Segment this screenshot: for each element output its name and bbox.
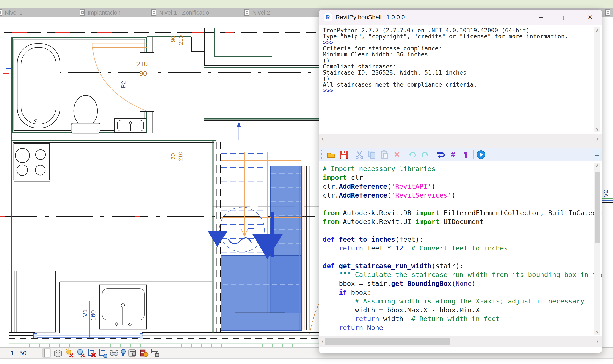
paste-button[interactable] — [379, 149, 390, 160]
fridge — [14, 271, 56, 332]
sun-path-icon[interactable] — [64, 348, 74, 358]
open-button[interactable] — [326, 149, 337, 160]
save-button[interactable] — [339, 149, 349, 160]
tab-label: Nivel 2 — [252, 10, 270, 16]
wrap-arrow-icon — [436, 150, 446, 159]
door2-width-label: 210 — [177, 35, 184, 45]
show-whitespace-button[interactable]: ¶ — [460, 149, 471, 160]
maximize-button[interactable]: ▢ — [559, 12, 572, 23]
temporary-view-properties-icon[interactable] — [127, 348, 138, 358]
scale-icon[interactable] — [42, 348, 52, 358]
toolbar-grip-icon[interactable] — [321, 150, 324, 159]
line-numbers-button[interactable]: # — [448, 149, 458, 160]
window-title: RevitPythonShell | 1.0.0.0 — [336, 14, 405, 21]
upper-room-walls — [204, 28, 319, 121]
scroll-left-icon[interactable]: ⟨ — [322, 136, 324, 142]
bathroom-door — [92, 43, 147, 111]
copy-button[interactable] — [367, 149, 377, 160]
window-tag-label: V1 — [81, 309, 88, 317]
shadows-icon[interactable] — [75, 348, 86, 358]
scissors-icon — [355, 150, 364, 159]
door3-a-label: 60 — [170, 153, 176, 159]
crop-view-icon[interactable] — [86, 348, 97, 358]
pilcrow-icon: ¶ — [463, 151, 468, 158]
tab-label: Nivel 1 - Zonificado — [159, 10, 209, 16]
selected-staircase-highlight-lower — [221, 255, 301, 330]
minimize-button[interactable]: – — [535, 12, 547, 23]
delete-button[interactable]: ✕ — [392, 149, 402, 160]
kitchen-sink — [100, 285, 147, 329]
editor-vscroll-thumb[interactable] — [595, 172, 600, 243]
window-annotation: V1 160 — [81, 301, 96, 339]
status-strip — [0, 358, 613, 364]
console-output[interactable]: IronPython 2.7.7 (2.7.7.0) on .NET 4.0.3… — [319, 25, 602, 134]
scale-button[interactable]: 1 : 50 — [10, 349, 27, 357]
door-tag-label: P2 — [120, 81, 127, 88]
floor-plan-icon — [605, 9, 611, 16]
pane-splitter-handle[interactable] — [593, 149, 601, 160]
redo-button[interactable] — [420, 149, 430, 160]
analytical-model-icon[interactable] — [139, 348, 149, 358]
cut-button[interactable] — [354, 149, 365, 160]
redo-arrow-icon — [421, 150, 430, 159]
console-hscrollbar[interactable]: ⟨ ⟩ — [319, 134, 602, 148]
code-area[interactable]: # Import necessary librariesimport clrcl… — [319, 161, 602, 336]
door2-height-label: 90 — [170, 36, 176, 42]
ribbon-strip — [0, 0, 613, 8]
door3-b-label: 210 — [177, 152, 184, 161]
floor-plan-icon — [151, 9, 157, 16]
tab-label: Implantacion — [88, 10, 121, 16]
toolbar-separator — [352, 150, 352, 159]
revit-app-icon: R — [324, 13, 332, 21]
open-folder-icon — [327, 150, 336, 159]
run-play-icon — [476, 150, 486, 159]
undo-button[interactable] — [407, 149, 418, 160]
up-arrow — [237, 122, 241, 141]
tab-nivel-1-zonificado[interactable]: Nivel 1 - Zonificado — [151, 8, 209, 17]
bathroom-sink — [115, 118, 146, 133]
bottom-wall — [9, 333, 319, 347]
tab-nivel-2[interactable]: Nivel 2 — [244, 8, 270, 17]
tab-nivel-1[interactable]: Nivel 1 — [0, 8, 23, 17]
temporary-hide-isolate-icon[interactable] — [109, 348, 119, 358]
wrap-lines-button[interactable] — [435, 149, 446, 160]
reveal-constraints-icon[interactable] — [150, 348, 160, 358]
scroll-right-icon[interactable]: ⟩ — [596, 136, 598, 142]
toolbar-separator — [433, 150, 433, 159]
titlebar[interactable]: R RevitPythonShell | 1.0.0.0 – ▢ ✕ — [319, 10, 602, 25]
hash-icon: # — [451, 151, 455, 158]
floor-plan-icon — [79, 9, 85, 16]
window2-tag-label: V2 — [602, 190, 609, 197]
tab-partial[interactable] — [605, 8, 611, 17]
scroll-left-icon[interactable]: ⟨ — [322, 338, 324, 345]
editor-hscroll-thumb[interactable] — [325, 338, 450, 345]
close-button[interactable]: ✕ — [584, 12, 596, 23]
bathtub — [17, 43, 60, 128]
toolbar-separator — [474, 150, 474, 159]
run-button[interactable] — [476, 149, 486, 160]
reveal-hidden-elements-icon[interactable] — [120, 348, 127, 358]
scroll-right-icon[interactable]: ⟩ — [596, 338, 598, 345]
copy-icon — [368, 150, 377, 159]
paste-clipboard-icon — [380, 150, 389, 159]
tab-label: Nivel 1 — [5, 10, 23, 16]
stair-direction-arrow — [207, 207, 283, 259]
scroll-up-icon[interactable]: ∧ — [594, 163, 600, 168]
editor-vscrollbar[interactable]: ∧ ∨ — [594, 163, 600, 335]
window-dim-label: 160 — [89, 310, 96, 321]
toolbar-separator — [405, 150, 405, 159]
scroll-up-icon[interactable]: ∧ — [594, 28, 600, 33]
editor-hscrollbar[interactable]: ⟨ ⟩ — [319, 336, 602, 347]
revitpythonshell-window: R RevitPythonShell | 1.0.0.0 – ▢ ✕ IronP… — [319, 10, 602, 353]
right-sliver: V2 — [602, 190, 613, 208]
detail-level-icon[interactable] — [53, 348, 63, 358]
scroll-down-icon[interactable]: ∨ — [594, 126, 600, 132]
toilet — [71, 95, 100, 133]
show-crop-region-icon[interactable] — [98, 348, 108, 358]
console-vscrollbar[interactable]: ∧ ∨ — [594, 27, 600, 132]
editor-toolbar: ✕ # ¶ — [319, 148, 602, 161]
tab-implantacion[interactable]: Implantacion — [79, 8, 121, 17]
scroll-down-icon[interactable]: ∨ — [594, 329, 600, 335]
delete-x-icon: ✕ — [394, 151, 400, 158]
save-floppy-icon — [339, 150, 348, 159]
